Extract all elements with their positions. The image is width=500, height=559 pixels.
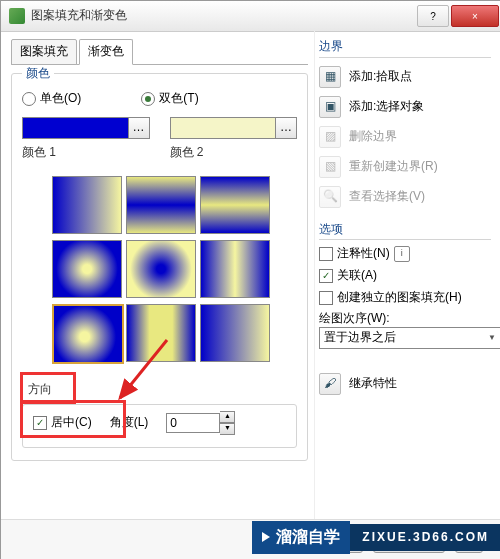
annotation-arrow <box>112 336 172 404</box>
radio-icon <box>141 92 155 106</box>
select-object-icon: ▣ <box>319 96 341 118</box>
color1-picker-button[interactable]: … <box>129 117 150 139</box>
angle-spin-down[interactable]: ▼ <box>220 423 235 435</box>
draw-order-label: 绘图次序(W): <box>319 311 491 327</box>
checkbox-assoc[interactable] <box>319 269 333 283</box>
gradient-preset-1[interactable] <box>52 176 122 234</box>
color2-swatch[interactable] <box>170 117 277 139</box>
app-icon <box>9 8 25 24</box>
gradient-preset-2[interactable] <box>126 176 196 234</box>
checkbox-annotative[interactable] <box>319 247 333 261</box>
delete-boundary-label: 删除边界 <box>349 129 397 145</box>
gradient-preset-9[interactable] <box>200 304 270 362</box>
color-group-title: 颜色 <box>22 66 54 82</box>
brand-name: 溜溜自学 <box>276 528 340 545</box>
radio-single-label: 单色(O) <box>40 91 81 107</box>
help-button[interactable]: ? <box>417 5 449 27</box>
delete-boundary: ▨ 删除边界 <box>319 126 491 148</box>
add-select-object[interactable]: ▣ 添加:选择对象 <box>319 96 491 118</box>
view-selection-label: 查看选择集(V) <box>349 189 425 205</box>
tab-pattern-fill[interactable]: 图案填充 <box>11 39 77 65</box>
inherit-properties[interactable]: 🖌 继承特性 <box>319 373 491 395</box>
color1-swatch[interactable] <box>22 117 129 139</box>
inherit-label: 继承特性 <box>349 376 397 392</box>
color2-picker-button[interactable]: … <box>276 117 297 139</box>
radio-dual-label: 双色(T) <box>159 91 198 107</box>
annotation-highlight <box>20 400 126 438</box>
pick-point-icon: ▦ <box>319 66 341 88</box>
options-section-title: 选项 <box>319 222 491 241</box>
angle-input[interactable] <box>166 413 220 433</box>
radio-icon <box>22 92 36 106</box>
boundary-section-title: 边界 <box>319 39 491 58</box>
brand-site: ZIXUE.3D66.COM <box>350 524 500 552</box>
gradient-preset-6[interactable] <box>200 240 270 298</box>
window-title: 图案填充和渐变色 <box>31 8 417 24</box>
view-selection-icon: 🔍 <box>319 186 341 208</box>
draw-order-dropdown[interactable]: 置于边界之后 <box>319 327 500 349</box>
recreate-label: 重新创建边界(R) <box>349 159 438 175</box>
gradient-preset-5[interactable] <box>126 240 196 298</box>
delete-boundary-icon: ▨ <box>319 126 341 148</box>
close-button[interactable]: × <box>451 5 499 27</box>
color1-label: 颜色 1 <box>22 145 150 161</box>
recreate-boundary-icon: ▧ <box>319 156 341 178</box>
gradient-preset-3[interactable] <box>200 176 270 234</box>
recreate-boundary: ▧ 重新创建边界(R) <box>319 156 491 178</box>
brand-watermark: 溜溜自学 ZIXUE.3D66.COM <box>252 521 500 554</box>
inherit-icon: 🖌 <box>319 373 341 395</box>
draw-order-value: 置于边界之后 <box>324 330 488 346</box>
add-sel-label: 添加:选择对象 <box>349 99 424 115</box>
add-pick-point[interactable]: ▦ 添加:拾取点 <box>319 66 491 88</box>
annotative-label: 注释性(N) <box>337 246 390 262</box>
checkbox-independent[interactable] <box>319 291 333 305</box>
angle-spin-up[interactable]: ▲ <box>220 411 235 423</box>
gradient-preset-4[interactable] <box>52 240 122 298</box>
play-icon <box>262 532 270 542</box>
color2-label: 颜色 2 <box>170 145 298 161</box>
info-icon[interactable]: i <box>394 246 410 262</box>
view-selection: 🔍 查看选择集(V) <box>319 186 491 208</box>
color-group: 颜色 单色(O) 双色(T) … <box>11 73 308 461</box>
radio-dual-color[interactable]: 双色(T) <box>141 91 198 107</box>
assoc-label: 关联(A) <box>337 268 377 284</box>
tab-gradient[interactable]: 渐变色 <box>79 39 133 65</box>
radio-single-color[interactable]: 单色(O) <box>22 91 81 107</box>
independent-label: 创建独立的图案填充(H) <box>337 290 462 306</box>
add-pick-label: 添加:拾取点 <box>349 69 412 85</box>
